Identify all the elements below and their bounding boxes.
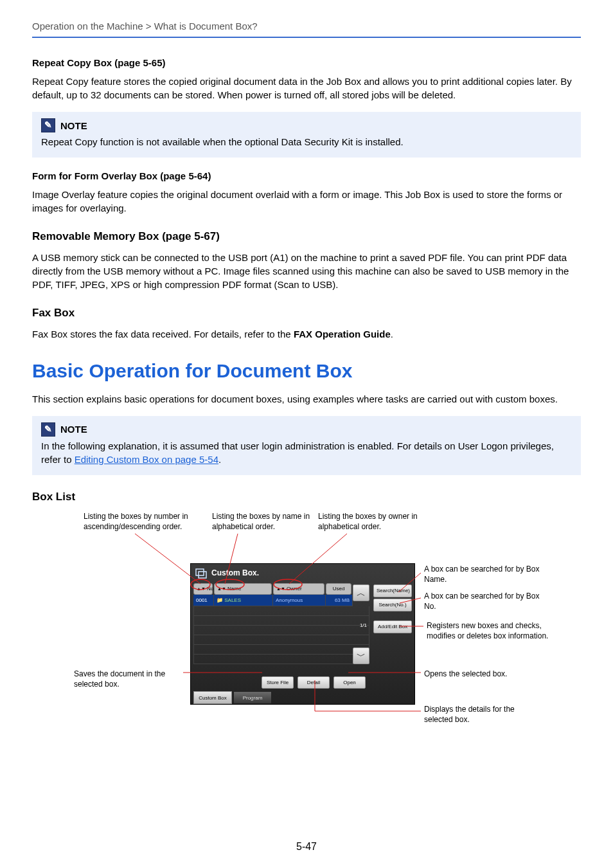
- para-fax-box: Fax Box stores the fax data received. Fo…: [32, 327, 581, 341]
- callout-search-name: A box can be searched for by Box Name.: [424, 565, 540, 584]
- heading-fax-box: Fax Box: [32, 305, 581, 321]
- note-body: In the following explanation, it is assu…: [41, 439, 572, 466]
- para-basic-operation: This section explains basic operations f…: [32, 392, 581, 406]
- table-row[interactable]: 0001 📁 SALES Anonymous 63 MB: [193, 595, 369, 606]
- panel-title-bar: Custom Box.: [191, 564, 414, 582]
- note-icon: [41, 422, 55, 437]
- callout-sort-number: Listing the boxes by number in ascending…: [84, 512, 193, 532]
- svg-rect-1: [199, 572, 206, 578]
- box-list-diagram: Listing the boxes by number in ascending…: [32, 512, 581, 750]
- col-header-used: Used: [326, 583, 351, 594]
- callout-sort-owner: Listing the boxes by owner in alphabetic…: [318, 512, 427, 532]
- para-removable-memory: A USB memory stick can be connected to t…: [32, 251, 581, 291]
- text: .: [218, 454, 221, 465]
- callout-search-no: A box can be searched for by Box No.: [424, 592, 540, 611]
- cell-owner: Anonymous: [273, 595, 326, 606]
- add-edit-box-button[interactable]: Add/Edit Box: [373, 620, 412, 633]
- cell-name: 📁 SALES: [214, 595, 273, 606]
- heading-box-list: Box List: [32, 489, 581, 505]
- callout-open: Opens the selected box.: [424, 669, 540, 680]
- cell-no: 0001: [193, 595, 214, 606]
- scroll-up-button[interactable]: ︿: [353, 584, 369, 601]
- breadcrumb: Operation on the Machine > What is Docum…: [32, 19, 581, 38]
- note-block-2: NOTE In the following explanation, it is…: [32, 416, 581, 475]
- col-header-owner[interactable]: ▲▼ Owner: [273, 583, 324, 594]
- heading-repeat-copy: Repeat Copy Box (page 5-65): [32, 56, 581, 69]
- note-block-1: NOTE Repeat Copy function is not availab…: [32, 112, 581, 158]
- cell-used: 63 MB: [326, 595, 353, 606]
- page-indicator: 1/1: [360, 622, 367, 629]
- heading-form-overlay: Form for Form Overlay Box (page 5-64): [32, 169, 581, 183]
- text-bold: FAX Operation Guide: [294, 329, 391, 339]
- tab-program[interactable]: Program: [233, 691, 272, 704]
- panel-title: Custom Box.: [211, 568, 259, 579]
- link-editing-custom-box[interactable]: Editing Custom Box on page 5-54: [75, 454, 218, 465]
- para-repeat-copy: Repeat Copy feature stores the copied or…: [32, 75, 581, 102]
- note-label: NOTE: [60, 119, 87, 132]
- custom-box-panel: Custom Box. ▲▼ No. ▲▼ Name ▲▼ Owner Used…: [190, 563, 415, 705]
- svg-rect-0: [196, 569, 204, 575]
- tab-custom-box[interactable]: Custom Box: [193, 691, 232, 704]
- search-no-button[interactable]: Search(No.): [373, 599, 412, 611]
- detail-button[interactable]: Detail: [298, 676, 330, 689]
- search-name-button[interactable]: Search(Name): [373, 584, 412, 597]
- note-icon: [41, 118, 55, 132]
- heading-basic-operation: Basic Operation for Document Box: [32, 357, 581, 384]
- text: .: [391, 329, 393, 339]
- col-header-name[interactable]: ▲▼ Name: [214, 583, 272, 594]
- scroll-down-button[interactable]: ﹀: [353, 647, 369, 664]
- page-number: 5-47: [32, 840, 581, 854]
- note-body: Repeat Copy function is not available wh…: [41, 135, 572, 149]
- callout-add-edit: Registers new boxes and checks, modifies…: [427, 621, 555, 641]
- store-file-button[interactable]: Store File: [262, 676, 294, 689]
- para-form-overlay: Image Overlay feature copies the origina…: [32, 188, 581, 215]
- callout-store-file: Saves the document in the selected box.: [74, 669, 183, 689]
- note-label: NOTE: [60, 422, 87, 436]
- callout-detail: Displays the details for the selected bo…: [424, 705, 540, 725]
- custom-box-icon: [195, 566, 208, 579]
- callout-sort-name: Listing the boxes by name in alphabetica…: [212, 512, 321, 532]
- text: Fax Box stores the fax data received. Fo…: [32, 329, 294, 339]
- col-header-no[interactable]: ▲▼ No.: [193, 583, 213, 594]
- heading-removable-memory: Removable Memory Box (page 5-67): [32, 229, 581, 244]
- open-button[interactable]: Open: [333, 676, 366, 689]
